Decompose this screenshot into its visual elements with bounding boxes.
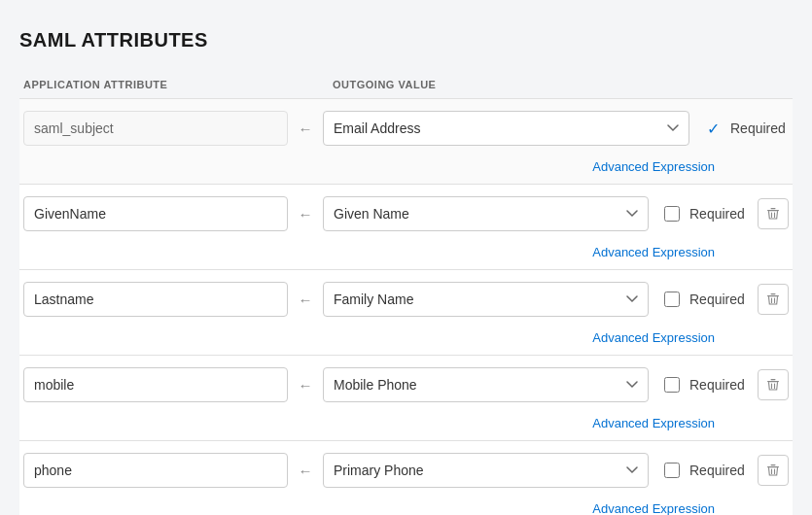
required-checkbox-given-name[interactable] bbox=[660, 206, 684, 222]
app-attr-input-family-name[interactable] bbox=[23, 282, 288, 317]
svg-rect-1 bbox=[771, 208, 776, 209]
attr-row-saml-subject: ← Email Address Given Name Family Name M… bbox=[19, 99, 793, 184]
attr-row-primary-phone: ← Email Address Given Name Family Name M… bbox=[19, 441, 793, 515]
svg-rect-0 bbox=[767, 210, 779, 211]
required-label-saml-subject: Required bbox=[730, 120, 789, 136]
trash-icon bbox=[766, 378, 780, 392]
advanced-expr-link-saml-subject[interactable]: Advanced Expression bbox=[592, 159, 715, 174]
svg-rect-8 bbox=[767, 381, 779, 382]
required-check-given-name[interactable] bbox=[664, 206, 680, 222]
outgoing-select-mobile-phone[interactable]: Email Address Given Name Family Name Mob… bbox=[323, 367, 649, 402]
col-header-app-attr: APPLICATION ATTRIBUTE bbox=[23, 79, 298, 90]
advanced-expr-link-given-name[interactable]: Advanced Expression bbox=[592, 245, 715, 259]
outgoing-select-family-name[interactable]: Email Address Given Name Family Name Mob… bbox=[323, 282, 649, 317]
delete-btn-family-name[interactable] bbox=[758, 284, 789, 315]
arrow-icon-primary-phone: ← bbox=[288, 463, 323, 479]
app-attr-input-given-name[interactable] bbox=[23, 196, 288, 231]
app-attr-input-mobile-phone[interactable] bbox=[23, 367, 288, 402]
app-attr-input-saml-subject bbox=[23, 111, 288, 146]
check-icon: ✓ bbox=[707, 120, 720, 138]
page-title: SAML ATTRIBUTES bbox=[19, 29, 793, 52]
required-label-family-name: Required bbox=[689, 292, 748, 307]
trash-icon bbox=[766, 207, 780, 221]
delete-btn-primary-phone[interactable] bbox=[758, 455, 789, 486]
trash-icon bbox=[766, 292, 780, 306]
required-checkbox-family-name[interactable] bbox=[660, 292, 684, 307]
required-label-mobile-phone: Required bbox=[689, 377, 748, 393]
required-checkbox-mobile-phone[interactable] bbox=[660, 377, 684, 393]
outgoing-select-saml-subject[interactable]: Email Address Given Name Family Name Mob… bbox=[323, 111, 689, 146]
trash-icon bbox=[766, 464, 780, 477]
arrow-icon-mobile-phone: ← bbox=[288, 377, 323, 394]
svg-rect-9 bbox=[771, 379, 776, 380]
arrow-icon-family-name: ← bbox=[288, 292, 323, 308]
arrow-icon-given-name: ← bbox=[288, 206, 323, 223]
svg-rect-5 bbox=[771, 293, 776, 294]
required-check-family-name[interactable] bbox=[664, 292, 680, 307]
outgoing-select-given-name[interactable]: Email Address Given Name Family Name Mob… bbox=[323, 196, 649, 231]
col-header-outgoing: OUTGOING VALUE bbox=[333, 79, 789, 90]
svg-rect-13 bbox=[771, 464, 776, 465]
advanced-expr-link-mobile-phone[interactable]: Advanced Expression bbox=[592, 416, 715, 430]
required-check-mobile-phone[interactable] bbox=[664, 377, 680, 393]
app-attr-input-primary-phone[interactable] bbox=[23, 453, 288, 488]
attr-row-mobile-phone: ← Email Address Given Name Family Name M… bbox=[19, 356, 793, 440]
svg-rect-12 bbox=[767, 466, 779, 467]
required-checkmark-saml-subject: ✓ bbox=[701, 120, 724, 138]
advanced-expr-link-primary-phone[interactable]: Advanced Expression bbox=[592, 501, 715, 515]
arrow-icon-saml-subject: ← bbox=[288, 120, 323, 137]
attr-row-family-name: ← Email Address Given Name Family Name M… bbox=[19, 270, 793, 355]
required-checkbox-primary-phone[interactable] bbox=[660, 463, 684, 478]
svg-rect-4 bbox=[767, 295, 779, 296]
required-label-given-name: Required bbox=[689, 206, 748, 222]
delete-btn-given-name[interactable] bbox=[758, 198, 789, 229]
required-check-primary-phone[interactable] bbox=[664, 463, 680, 478]
outgoing-select-primary-phone[interactable]: Email Address Given Name Family Name Mob… bbox=[323, 453, 649, 488]
required-label-primary-phone: Required bbox=[689, 463, 748, 478]
advanced-expr-link-family-name[interactable]: Advanced Expression bbox=[592, 330, 715, 345]
attr-row-given-name: ← Email Address Given Name Family Name M… bbox=[19, 185, 793, 269]
delete-btn-mobile-phone[interactable] bbox=[758, 369, 789, 400]
